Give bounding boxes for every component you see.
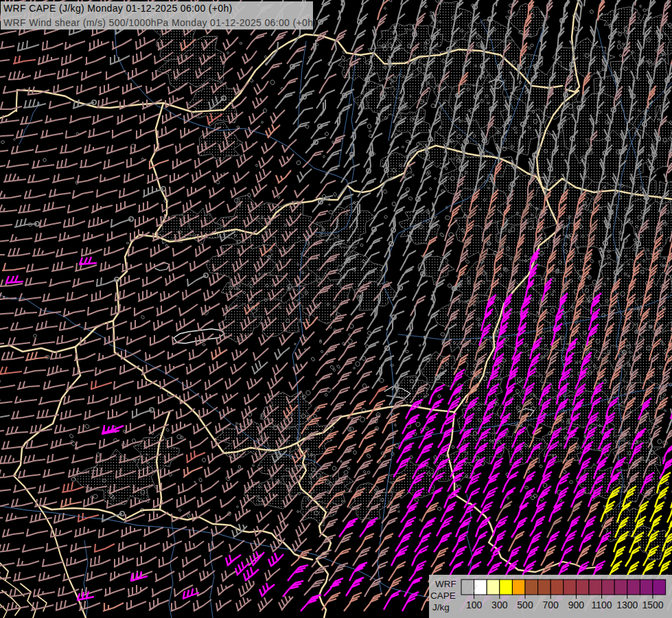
svg-text:700: 700 bbox=[543, 599, 559, 610]
svg-text:1300: 1300 bbox=[616, 599, 638, 610]
svg-text:900: 900 bbox=[568, 599, 585, 610]
svg-text:500: 500 bbox=[517, 599, 533, 610]
svg-text:WRF Wind shear (m/s) 500/1000h: WRF Wind shear (m/s) 500/1000hPa Monday … bbox=[3, 17, 316, 28]
svg-text:1100: 1100 bbox=[592, 599, 612, 610]
svg-text:WRF CAPE (J/kg) Monday 01-12-2: WRF CAPE (J/kg) Monday 01-12-2025 06:00 … bbox=[3, 3, 233, 14]
svg-text:J/kg: J/kg bbox=[432, 602, 450, 613]
svg-text:1500: 1500 bbox=[642, 599, 663, 610]
svg-text:300: 300 bbox=[491, 599, 508, 610]
svg-text:100: 100 bbox=[466, 599, 483, 610]
svg-text:CAPE: CAPE bbox=[430, 591, 456, 601]
svg-text:WRF: WRF bbox=[435, 579, 456, 589]
